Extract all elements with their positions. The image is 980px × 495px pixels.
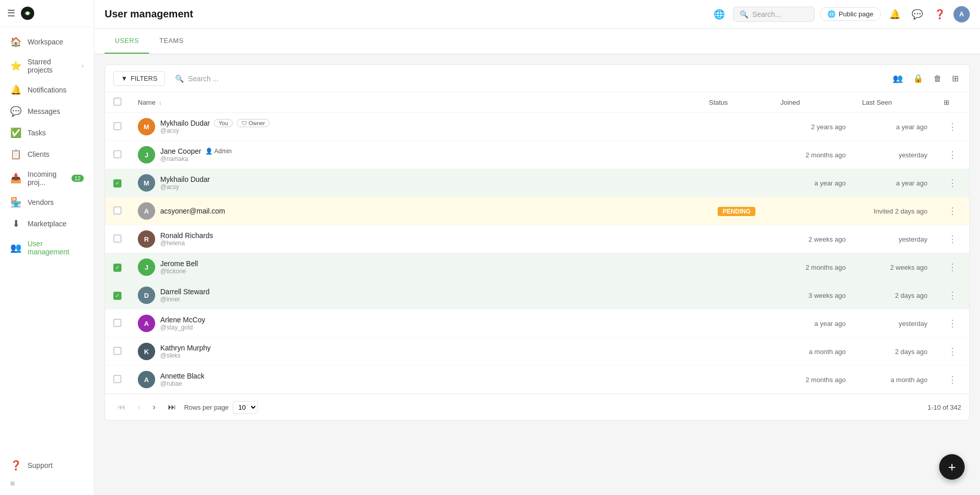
svg-point-1 (26, 12, 29, 15)
user-name: Jane Cooper (160, 147, 201, 155)
user-handle: @acsy (160, 183, 210, 191)
row-checkbox[interactable] (113, 319, 121, 327)
tasks-icon: ✅ (10, 127, 21, 138)
rows-per-page-select[interactable]: 10 25 50 (233, 401, 258, 414)
row-checkbox[interactable] (113, 150, 121, 158)
user-cell: KKathryn Murphy@sleks (138, 343, 693, 360)
sidebar-item-incoming[interactable]: 📥 Incoming proj... 12 (0, 165, 94, 192)
table-row: JJane Cooper👤 Admin@namaka2 months agoye… (105, 141, 969, 169)
row-checkbox[interactable]: ✓ (113, 264, 121, 272)
user-name: Jerome Bell (160, 260, 198, 268)
user-cell: Aacsyoner@mail.com (138, 202, 693, 220)
user-handle: @rubae (160, 380, 204, 387)
th-joined[interactable]: Joined (772, 92, 854, 113)
hamburger-icon[interactable]: ☰ (7, 8, 15, 19)
help-icon-button[interactable]: ❓ (931, 6, 948, 23)
more-options-button[interactable]: ⋮ (944, 288, 961, 303)
sidebar-grid-icon[interactable]: ⊞ (0, 476, 94, 491)
more-options-button[interactable]: ⋮ (944, 316, 961, 331)
last-page-button[interactable]: ⏭ (164, 400, 180, 414)
user-actions: ⋮ (936, 197, 969, 225)
th-lastseen[interactable]: Last Seen (854, 92, 936, 113)
avatar[interactable]: A (953, 6, 970, 22)
tab-teams[interactable]: TEAMS (149, 29, 193, 54)
row-checkbox[interactable]: ✓ (113, 179, 121, 187)
user-info: Mykhailo Dudar@acsy (160, 175, 210, 191)
sidebar-item-label: Vendors (28, 198, 54, 206)
sidebar-item-notifications[interactable]: 🔔 Notifications (0, 79, 94, 101)
user-info: Arlene McCoy@stay_gold (160, 316, 205, 331)
user-avatar: J (138, 258, 155, 276)
row-checkbox[interactable] (113, 347, 121, 355)
th-name[interactable]: Name ↓ (130, 92, 701, 113)
sidebar-item-workspace[interactable]: 🏠 Workspace (0, 31, 94, 53)
first-page-button[interactable]: ⏮ (113, 400, 130, 414)
sidebar-item-support[interactable]: ❓ Support (0, 455, 94, 476)
user-actions: ⋮ (936, 113, 969, 141)
row-checkbox[interactable] (113, 122, 121, 130)
public-page-label: Public page (839, 10, 873, 18)
user-mgmt-icon: 👥 (10, 242, 21, 253)
user-info: Kathryn Murphy@sleks (160, 344, 211, 359)
user-name: Ronald Richards (160, 231, 213, 240)
sidebar-item-starred[interactable]: ⭐ Starred projects › (0, 53, 94, 79)
search-bar[interactable]: 🔍 Search... (733, 7, 815, 22)
user-name: Arlene McCoy (160, 316, 205, 324)
more-options-button[interactable]: ⋮ (944, 344, 961, 359)
lock-icon-button[interactable]: 🔒 (911, 71, 926, 86)
more-options-button[interactable]: ⋮ (944, 203, 961, 219)
user-cell: MMykhailo Dudar@acsy (138, 174, 693, 192)
sidebar-item-clients[interactable]: 📋 Clients (0, 144, 94, 165)
public-page-button[interactable]: 🌐 Public page (820, 7, 881, 21)
th-status[interactable]: Status (701, 92, 772, 113)
next-page-button[interactable]: › (149, 400, 159, 414)
more-options-button[interactable]: ⋮ (944, 119, 961, 134)
more-options-button[interactable]: ⋮ (944, 372, 961, 387)
columns-icon-button[interactable]: ⊞ (949, 71, 961, 86)
more-options-button[interactable]: ⋮ (944, 175, 961, 191)
row-checkbox[interactable]: ✓ (113, 292, 121, 300)
user-actions: ⋮ (936, 141, 969, 169)
table-row: ✓MMykhailo Dudar@acsya year agoa year ag… (105, 169, 969, 197)
user-last-seen: yesterday (854, 225, 936, 253)
user-handle: @helena (160, 240, 213, 247)
user-avatar: M (138, 118, 155, 135)
sidebar-item-marketplace[interactable]: ⬇ Marketplace (0, 213, 94, 234)
user-name: Annette Black (160, 372, 204, 380)
sidebar-item-tasks[interactable]: ✅ Tasks (0, 122, 94, 144)
filter-icon: ▼ (121, 75, 128, 82)
user-status: PENDING (701, 197, 772, 225)
row-checkbox[interactable] (113, 206, 121, 215)
incoming-badge: 12 (71, 175, 84, 182)
users-table: Name ↓ Status Joined Last Seen ⊞ MMykhai… (105, 92, 969, 394)
sidebar-item-vendors[interactable]: 🏪 Vendors (0, 192, 94, 213)
toolbar-search[interactable]: 🔍 Search ... (171, 72, 884, 86)
more-options-button[interactable]: ⋮ (944, 260, 961, 275)
globe-icon-button[interactable]: 🌐 (710, 6, 728, 23)
row-checkbox[interactable] (113, 234, 121, 243)
fab-add-button[interactable]: + (939, 454, 965, 480)
messages-icon-button[interactable]: 💬 (909, 6, 926, 23)
header-checkbox[interactable] (113, 98, 121, 106)
tab-users[interactable]: USERS (105, 29, 149, 54)
row-checkbox[interactable] (113, 375, 121, 383)
more-options-button[interactable]: ⋮ (944, 231, 961, 247)
notifications-icon-button[interactable]: 🔔 (886, 6, 903, 23)
sidebar-item-messages[interactable]: 💬 Messages (0, 101, 94, 122)
tabs: USERS TEAMS (94, 29, 980, 54)
user-status (701, 113, 772, 141)
user-cell: AAnnette Black@rubae (138, 371, 693, 388)
sidebar-item-user-management[interactable]: 👥 User management (0, 234, 94, 261)
public-page-icon: 🌐 (827, 10, 836, 18)
more-options-button[interactable]: ⋮ (944, 147, 961, 162)
user-avatar: D (138, 287, 155, 304)
user-joined: 2 years ago (772, 113, 854, 141)
filters-button[interactable]: ▼ FILTERS (113, 71, 165, 86)
chevron-icon: › (82, 62, 84, 69)
add-user-icon-button[interactable]: 👥 (890, 71, 905, 86)
user-status (701, 366, 772, 394)
delete-icon-button[interactable]: 🗑 (931, 72, 944, 86)
prev-page-button[interactable]: ‹ (134, 400, 144, 414)
user-status (701, 338, 772, 366)
sidebar-item-label: Starred projects (28, 58, 76, 74)
